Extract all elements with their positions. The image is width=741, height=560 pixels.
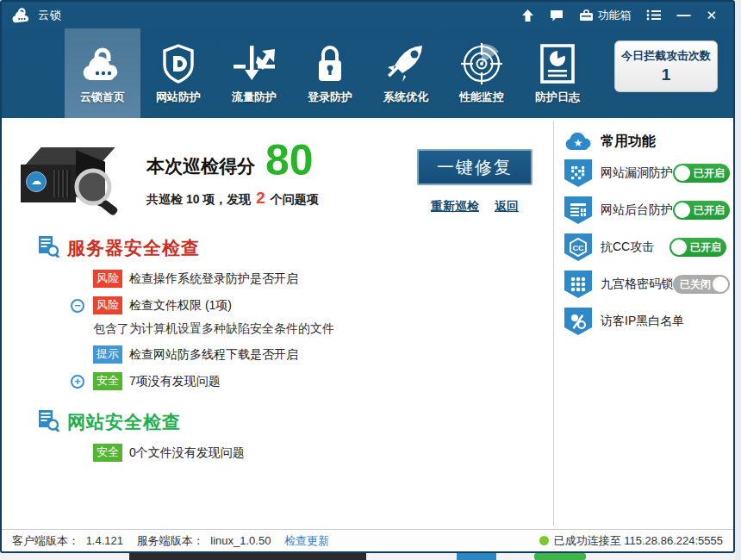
toggle-on[interactable]: 已开启: [673, 201, 730, 220]
toggle-on[interactable]: 已开启: [673, 164, 730, 183]
radar-icon: [461, 41, 502, 86]
upgrade-button[interactable]: [514, 2, 542, 28]
nav-item-3[interactable]: 流量防护: [216, 28, 292, 118]
common-functions-sidebar: ★ 常用功能 网站漏洞防护已开启网站后台防护已开启CC抗CC攻击已开启九宫格密码…: [554, 118, 733, 529]
nav-item-6[interactable]: 性能监控: [444, 28, 520, 118]
background-icon-fragment: [457, 553, 496, 560]
toggle-label: 已开启: [694, 166, 725, 181]
section-title: 服务器安全检查: [67, 236, 200, 260]
app-title: 云锁: [38, 8, 62, 23]
client-version-value: 1.4.121: [86, 534, 123, 547]
back-link[interactable]: 返回: [495, 199, 519, 215]
toggle-label: 已关闭: [680, 277, 711, 292]
main-navigation: 云锁首页网站防护流量防护登录防护系统优化性能监控防护日志 今日拦截攻击次数 1: [2, 28, 733, 118]
status-badge: 安全: [93, 372, 122, 390]
device-vents: [53, 170, 71, 197]
connection-dot-icon: [539, 536, 549, 545]
summary-prefix: 共巡检 10 项，发现: [146, 192, 251, 206]
check-item: 风险检查操作系统登录防护是否开启: [93, 270, 553, 288]
cc-attack-shield-icon: CC: [564, 233, 592, 261]
toggle-knob: [671, 240, 687, 255]
check-item-text: 0个文件没有发现问题: [129, 445, 245, 461]
nav-item-2[interactable]: 网站防护: [140, 28, 216, 118]
nav-item-7[interactable]: 防护日志: [520, 28, 595, 118]
check-item-text: 检查网站防多线程下载是否开启: [129, 347, 298, 363]
toolbox-button[interactable]: 功能箱: [571, 2, 638, 28]
background-button-fragment: [534, 553, 586, 560]
check-item-detail: 包含了为计算机设置多种缺陷安全条件的文件: [93, 321, 553, 337]
server-version-value: linux_1.0.50: [210, 534, 271, 547]
version-info: 客户端版本： 1.4.121 服务端版本： linux_1.0.50 检查更新: [12, 533, 329, 549]
toolbox-icon: [579, 9, 594, 22]
section-header: 网站安全检查: [38, 409, 553, 435]
nav-item-label: 防护日志: [535, 90, 580, 105]
section-header: 服务器安全检查: [38, 235, 553, 261]
content-area: 本次巡检得分 80 共巡检 10 项，发现 2 个问题项 一键修复 重新巡检 返…: [2, 118, 733, 529]
check-section-2: 网站安全检查安全0个文件没有发现问题: [21, 409, 553, 462]
nav-item-5[interactable]: 系统优化: [368, 28, 444, 118]
sidebar-function-row: 访客IP黑白名单: [564, 308, 726, 335]
nav-item-label: 性能监控: [459, 90, 504, 105]
check-update-link[interactable]: 检查更新: [284, 534, 329, 547]
magnifier-icon: [71, 166, 124, 216]
expand-icon[interactable]: +: [71, 375, 84, 389]
attack-counter-box: 今日拦截攻击次数 1: [614, 40, 718, 92]
check-item-text: 检查操作系统登录防护是否开启: [129, 271, 298, 287]
status-badge: 风险: [93, 270, 122, 288]
toggle-off[interactable]: 已关闭: [673, 275, 730, 294]
function-label[interactable]: 访客IP黑白名单: [601, 314, 684, 329]
title-bar: 云锁 功能箱 — ✕: [2, 2, 733, 28]
cloud-lock-icon: [82, 41, 123, 86]
svg-text:CC: CC: [573, 244, 584, 252]
nav-item-label: 登录防护: [308, 90, 352, 105]
menu-button[interactable]: [638, 2, 669, 28]
traffic-arrows-icon: [232, 41, 277, 86]
section-title: 网站安全检查: [67, 410, 181, 434]
issue-count: 2: [254, 189, 267, 207]
rescan-link[interactable]: 重新巡检: [431, 199, 479, 215]
app-logo-cloud-lock-icon: [12, 7, 31, 24]
nav-item-label: 流量防护: [232, 90, 277, 105]
score-summary: 共巡检 10 项，发现 2 个问题项: [146, 189, 319, 208]
server-device-image: [21, 137, 124, 216]
feedback-button[interactable]: [542, 2, 571, 28]
nav-item-label: 网站防护: [156, 90, 201, 105]
function-label[interactable]: 九宫格密码锁: [601, 277, 673, 292]
nav-item-4[interactable]: 登录防护: [292, 28, 368, 118]
check-item: +安全7项没有发现问题: [93, 372, 553, 390]
check-section-1: 服务器安全检查风险检查操作系统登录防护是否开启−风险检查文件权限 (1项)包含了…: [21, 235, 553, 390]
toggle-on[interactable]: 已开启: [669, 238, 726, 257]
minimize-button[interactable]: —: [669, 2, 698, 28]
toggle-knob: [675, 202, 690, 218]
function-label[interactable]: 网站后台防护: [601, 202, 673, 218]
sidebar-header-label: 常用功能: [601, 133, 656, 151]
nav-item-1[interactable]: 云锁首页: [65, 28, 140, 118]
backend-shield-icon: [564, 196, 592, 224]
background-window-fragment: [129, 553, 366, 560]
attack-counter-label: 今日拦截攻击次数: [621, 48, 711, 64]
log-chart-icon: [540, 41, 575, 86]
nav-item-label: 系统优化: [383, 90, 428, 105]
rocket-icon: [384, 41, 427, 86]
connection-status: 已成功连接至 115.28.86.224:5555: [539, 533, 723, 549]
sidebar-header: ★ 常用功能: [564, 132, 726, 151]
collapse-icon[interactable]: −: [71, 299, 84, 313]
sidebar-function-row: CC抗CC攻击已开启: [564, 233, 726, 261]
score-block: 本次巡检得分 80 共巡检 10 项，发现 2 个问题项: [146, 139, 319, 208]
app-window: 云锁 功能箱 — ✕ 云锁首页网站防护流量防护登录防护系统优化: [0, 0, 735, 553]
toggle-knob: [675, 165, 690, 181]
chat-bubble-icon: [550, 9, 564, 22]
status-badge: 提示: [93, 345, 122, 364]
sidebar-items-container: 网站漏洞防护已开启网站后台防护已开启CC抗CC攻击已开启九宫格密码锁已关闭访客I…: [564, 159, 726, 335]
close-button[interactable]: ✕: [698, 2, 725, 28]
scan-result-summary: 本次巡检得分 80 共巡检 10 项，发现 2 个问题项 一键修复 重新巡检 返…: [21, 130, 553, 216]
one-key-fix-button[interactable]: 一键修复: [417, 149, 532, 185]
check-item-text: 检查文件权限 (1项): [129, 298, 232, 314]
toolbox-label: 功能箱: [597, 8, 631, 23]
nav-items-container: 云锁首页网站防护流量防护登录防护系统优化性能监控防护日志: [65, 28, 595, 118]
attack-counter-value: 1: [662, 65, 671, 84]
function-label[interactable]: 网站漏洞防护: [601, 165, 673, 181]
device-logo: [26, 171, 47, 192]
cloud-star-icon: ★: [564, 132, 594, 151]
function-label[interactable]: 抗CC攻击: [601, 240, 654, 255]
